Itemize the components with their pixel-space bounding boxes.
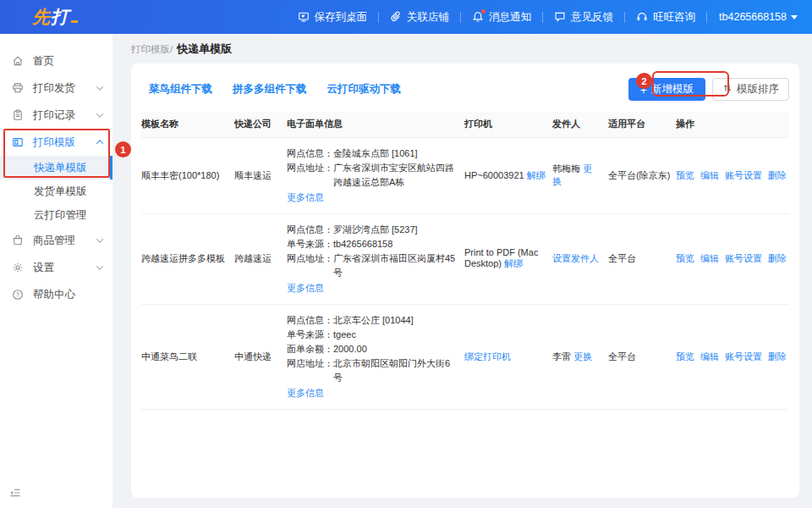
info-label: 网点地址：: [287, 251, 333, 280]
preview-link[interactable]: 预览: [676, 253, 694, 263]
sidebar-item-settings[interactable]: 设置: [0, 254, 112, 281]
printer-icon: [12, 82, 24, 94]
template-name: 跨越速运拼多多模板: [141, 213, 234, 304]
more-info-link[interactable]: 更多信息: [287, 281, 324, 295]
logo-text-da: 打: [51, 5, 69, 29]
courier-company: 跨越速运: [234, 213, 287, 304]
sidebar-item-shipping-templates[interactable]: 发货单模版: [0, 179, 112, 203]
link-shop-button[interactable]: 关联店铺: [379, 10, 460, 25]
more-info-link[interactable]: 更多信息: [287, 190, 324, 205]
info-value: 金陵城东点部 [1061]: [333, 146, 418, 161]
sidebar-item-label: 设置: [33, 261, 54, 275]
collapse-sidebar-icon[interactable]: [9, 487, 21, 502]
delete-link[interactable]: 删除: [768, 253, 787, 263]
svg-text:?: ?: [16, 291, 19, 299]
printer-name: Print to PDF (Mac Desktop): [464, 247, 538, 268]
info-value: 北京车公庄 [01044]: [333, 313, 414, 328]
edit-link[interactable]: 编辑: [700, 253, 719, 263]
set-sender-link[interactable]: 设置发件人: [552, 253, 599, 263]
unbind-printer-link[interactable]: 解绑: [504, 258, 523, 268]
sidebar-item-print-records[interactable]: 打印记录: [0, 102, 112, 129]
sort-templates-label: 模版排序: [737, 82, 779, 97]
notification-badge-dot: [481, 9, 486, 14]
breadcrumb: 打印模版/ 快递单模版: [131, 41, 812, 57]
col-courier-company: 快递公司: [234, 112, 287, 137]
account-settings-link[interactable]: 账号设置: [725, 351, 762, 362]
chevron-down-icon: [96, 110, 103, 117]
chevron-up-icon: [96, 140, 103, 146]
sidebar-item-waybill-templates[interactable]: 快递单模版: [0, 156, 112, 179]
feedback-button[interactable]: 意见反馈: [543, 10, 624, 25]
edit-link[interactable]: 编辑: [700, 170, 719, 180]
plus-icon: +: [640, 84, 647, 96]
more-info-link[interactable]: 更多信息: [287, 386, 324, 400]
logo-text-xian: 先: [32, 5, 51, 29]
sidebar-item-print-ship[interactable]: 打印发货: [0, 75, 112, 102]
template-icon: [12, 136, 24, 148]
paperclip-icon: [390, 11, 402, 23]
edit-link[interactable]: 编辑: [700, 351, 719, 362]
sender-name: 韩梅梅: [552, 163, 580, 174]
col-actions: 操作: [676, 112, 789, 137]
sort-templates-button[interactable]: 模版排序: [712, 78, 789, 101]
account-settings-link[interactable]: 账号设置: [725, 253, 762, 263]
printer-cell: HP~60003921解绑: [464, 137, 552, 213]
sidebar-item-label: 商品管理: [33, 234, 75, 248]
account-name: tb4265668158: [719, 11, 787, 23]
account-settings-link[interactable]: 账号设置: [725, 170, 762, 180]
add-template-button[interactable]: + 新增模版: [628, 78, 705, 101]
notifications-button[interactable]: 消息通知: [461, 10, 542, 25]
ewaybill-info-cell: 网点信息：金陵城东点部 [1061] 网点地址：广东省深圳市宝安区航站四路跨越速…: [287, 137, 464, 213]
sidebar-item-cloud-print[interactable]: 云打印管理: [0, 203, 112, 227]
gear-icon: [12, 262, 24, 273]
sidebar-item-print-templates[interactable]: 打印模版: [0, 129, 112, 156]
save-to-desktop-button[interactable]: 保存到桌面: [287, 10, 379, 25]
table-row: 中通菜鸟二联 中通快递 网点信息：北京车公庄 [01044] 单号来源：tgee…: [141, 304, 789, 409]
account-dropdown[interactable]: tb4265668158: [707, 11, 799, 23]
sidebar-menu: 首页 打印发货 打印记录 打印模版: [0, 34, 112, 308]
clipboard-icon: [12, 109, 24, 121]
delete-link[interactable]: 删除: [768, 351, 787, 362]
info-label: 面单余额：: [287, 342, 333, 356]
headset-icon: [636, 11, 648, 23]
bind-printer-link[interactable]: 绑定打印机: [464, 351, 511, 362]
cainiao-component-download-link[interactable]: 菜鸟组件下载: [149, 82, 212, 97]
template-name: 中通菜鸟二联: [141, 304, 234, 409]
info-value: 罗湖沙湾点部 [5237]: [333, 223, 418, 237]
sidebar-item-label: 发货单模版: [34, 185, 87, 199]
pdd-component-download-link[interactable]: 拼多多组件下载: [233, 82, 307, 97]
sidebar-item-label: 帮助中心: [33, 288, 75, 302]
actions-cell: 预览编辑账号设置删除: [676, 213, 789, 304]
content-card: 菜鸟组件下载 拼多多组件下载 云打印驱动下载 + 新增模版 模版排序: [131, 64, 799, 498]
info-value: 广东省深圳市宝安区航站四路跨越速运总部A栋: [333, 161, 458, 190]
card-toolbar: 菜鸟组件下载 拼多多组件下载 云打印驱动下载 + 新增模版 模版排序: [131, 64, 799, 112]
add-template-label: 新增模版: [651, 82, 694, 97]
sidebar-item-help-center[interactable]: ? 帮助中心: [0, 281, 112, 308]
info-label: 网点信息：: [287, 146, 333, 161]
unbind-printer-link[interactable]: 解绑: [527, 170, 546, 180]
table-header-row: 模板名称 快递公司 电子面单信息 打印机 发件人 适用平台 操作: [141, 112, 789, 137]
sidebar-item-home[interactable]: 首页: [0, 47, 112, 75]
cloud-print-driver-download-link[interactable]: 云打印驱动下载: [327, 82, 402, 97]
printer-name: HP~60003921: [464, 170, 524, 180]
sort-arrows-icon: [722, 83, 732, 96]
delete-link[interactable]: 删除: [768, 170, 787, 180]
breadcrumb-parent[interactable]: 打印模版/: [131, 43, 173, 56]
courier-company: 中通快递: [234, 304, 287, 409]
chevron-down-icon: [96, 235, 103, 242]
toolbar-buttons: + 新增模版 模版排序: [628, 78, 789, 101]
ewaybill-info-cell: 网点信息：北京车公庄 [01044] 单号来源：tgeec 面单余额：2000.…: [287, 304, 464, 409]
bell-icon: [472, 11, 484, 23]
change-sender-link[interactable]: 更换: [573, 351, 592, 362]
table-row: 顺丰丰密(100*180) 顺丰速运 网点信息：金陵城东点部 [1061] 网点…: [141, 137, 789, 213]
preview-link[interactable]: 预览: [676, 351, 694, 362]
sidebar-item-label: 打印记录: [33, 108, 75, 123]
sidebar-item-label: 打印模版: [33, 135, 75, 150]
sidebar-item-product-management[interactable]: 商品管理: [0, 227, 112, 254]
preview-link[interactable]: 预览: [676, 170, 694, 180]
template-name: 顺丰丰密(100*180): [141, 137, 234, 213]
app-logo[interactable]: 先打: [32, 5, 78, 29]
sender-name: 李雷: [552, 351, 571, 362]
chevron-down-icon: [96, 262, 103, 269]
wangwang-consult-button[interactable]: 旺旺咨询: [625, 10, 706, 25]
